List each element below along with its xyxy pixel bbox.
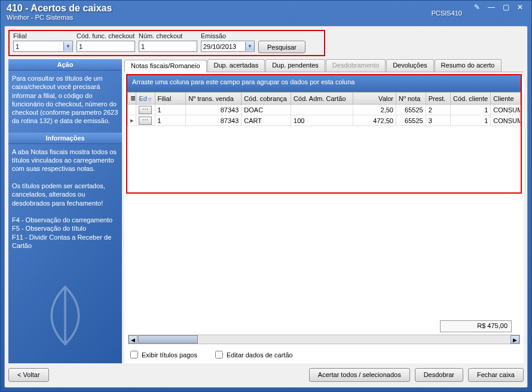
sidebar-info-text2: Os títulos podem ser acertados, cancelad… bbox=[12, 182, 118, 207]
cell-valor: 2,50 bbox=[353, 105, 396, 115]
cell-valor: 472,50 bbox=[353, 115, 396, 126]
col-trans[interactable]: Nº trans. venda bbox=[186, 93, 241, 105]
cell-filial: 1 bbox=[155, 115, 186, 126]
scroll-right-icon[interactable]: ▶ bbox=[510, 335, 519, 344]
maximize-icon[interactable]: ▢ bbox=[500, 3, 511, 12]
fechar-caixa-button[interactable]: Fechar caixa bbox=[468, 368, 524, 382]
col-cartao[interactable]: Cód. Adm. Cartão bbox=[291, 93, 353, 105]
horizontal-scrollbar[interactable]: ◀ ▶ bbox=[128, 335, 520, 344]
window-subtitle: Winthor - PC Sistemas bbox=[7, 14, 112, 21]
grid-header-row: ≣ Ed▽ Filial Nº trans. venda Cód. cobran… bbox=[128, 93, 521, 105]
col-cliente[interactable]: Cliente bbox=[491, 93, 521, 105]
cell-codcli: 1 bbox=[451, 105, 491, 115]
cell-trans: 87343 bbox=[186, 105, 241, 115]
tab-dup-pendentes[interactable]: Dup. pendentes bbox=[265, 59, 325, 72]
tab-devolucoes[interactable]: Devoluções bbox=[386, 59, 433, 72]
edit-icon[interactable]: ✎ bbox=[472, 3, 482, 12]
sidebar-info-text1: A aba Notas fiscais mostra todos os títu… bbox=[12, 148, 118, 173]
row-indicator-current: ▸ bbox=[128, 115, 136, 126]
col-nota[interactable]: Nº nota bbox=[396, 93, 426, 105]
chevron-down-icon[interactable]: ▼ bbox=[245, 42, 254, 51]
app-window: 410 - Acertos de caixas Winthor - PC Sis… bbox=[0, 0, 532, 392]
cell-filial: 1 bbox=[155, 105, 186, 115]
scroll-thumb[interactable] bbox=[138, 335, 198, 344]
check-pagos[interactable]: Exibir títulos pagos bbox=[130, 351, 197, 359]
row-indicator bbox=[128, 105, 136, 115]
numcheckout-label: Núm. checkout bbox=[139, 32, 197, 39]
cell-cobranca: CART bbox=[241, 115, 291, 126]
filial-label: Filial bbox=[13, 32, 73, 39]
cell-nota: 65525 bbox=[396, 105, 426, 115]
emissao-label: Emissão bbox=[201, 32, 255, 39]
cell-prest: 2 bbox=[426, 105, 450, 115]
sidebar-info-body: A aba Notas fiscais mostra todos os títu… bbox=[8, 144, 122, 254]
check-cartao-input[interactable] bbox=[215, 351, 223, 359]
cell-nota: 65525 bbox=[396, 115, 426, 126]
cell-prest: 3 bbox=[426, 115, 450, 126]
grid-group-hint[interactable]: Arraste uma coluna para este campo para … bbox=[127, 75, 521, 92]
table-row[interactable]: ▸ ⋯ 1 87343 CART 100 472,50 65525 3 1 CO… bbox=[128, 115, 521, 126]
numcheckout-input[interactable] bbox=[139, 41, 197, 52]
sidebar-info-text3: F4 - Observação do carregamento F5 - Obs… bbox=[12, 216, 118, 250]
emissao-date[interactable]: 29/10/2013 ▼ bbox=[201, 41, 255, 52]
cell-trans: 87343 bbox=[186, 115, 241, 126]
cell-codcli: 1 bbox=[451, 115, 491, 126]
pesquisar-button[interactable]: Pesquisar bbox=[258, 41, 305, 53]
col-codcli[interactable]: Cód. cliente bbox=[451, 93, 491, 105]
content-area: Filial 1 ▼ Cód. func. checkout Núm. chec… bbox=[4, 26, 528, 388]
titlebar: 410 - Acertos de caixas Winthor - PC Sis… bbox=[1, 1, 531, 26]
voltar-button[interactable]: < Voltar bbox=[8, 368, 49, 382]
tab-dup-acertadas[interactable]: Dup. acertadas bbox=[207, 59, 265, 72]
check-pagos-input[interactable] bbox=[130, 351, 138, 359]
col-ed[interactable]: Ed▽ bbox=[136, 93, 155, 105]
window-code: PCSIS410 bbox=[432, 10, 462, 17]
desdobrar-button[interactable]: Desdobrar bbox=[415, 368, 463, 382]
col-filial[interactable]: Filial bbox=[155, 93, 186, 105]
filial-combo[interactable]: 1 ▼ bbox=[13, 41, 73, 52]
tab-desdobramento: Desdobramento bbox=[326, 59, 386, 72]
grid-container: Arraste uma coluna para este campo para … bbox=[126, 74, 522, 194]
cell-cartao bbox=[291, 105, 353, 115]
acertar-button[interactable]: Acertar todos / selecionados bbox=[309, 368, 410, 382]
check-cartao[interactable]: Editar dados de cartão bbox=[215, 351, 293, 359]
sidebar: Ação Para consultar os títulos de um cai… bbox=[8, 59, 122, 363]
close-icon[interactable]: ✕ bbox=[515, 3, 525, 12]
leaf-icon bbox=[29, 280, 101, 351]
minimize-icon[interactable]: — bbox=[486, 3, 497, 12]
col-cobranca[interactable]: Cód. cobrança bbox=[241, 93, 291, 105]
cell-cartao: 100 bbox=[291, 115, 353, 126]
cell-cliente: CONSUM bbox=[491, 115, 521, 126]
window-title: 410 - Acertos de caixas bbox=[7, 3, 112, 14]
cell-cliente: CONSUM bbox=[491, 105, 521, 115]
col-indicator[interactable]: ≣ bbox=[128, 93, 136, 105]
total-box: R$ 475,00 bbox=[440, 320, 512, 332]
col-prest[interactable]: Prest. bbox=[426, 93, 450, 105]
chevron-down-icon[interactable]: ▼ bbox=[63, 42, 72, 51]
codfunc-input[interactable] bbox=[77, 41, 135, 52]
tab-resumo[interactable]: Resumo do acerto bbox=[435, 59, 502, 72]
codfunc-label: Cód. func. checkout bbox=[77, 32, 135, 39]
edit-row-button[interactable]: ⋯ bbox=[139, 106, 152, 114]
sidebar-acao-text: Para consultar os títulos de um caixa/ch… bbox=[8, 71, 122, 129]
tab-strip: Notas fiscais/Romaneio Dup. acertadas Du… bbox=[124, 59, 524, 72]
scroll-left-icon[interactable]: ◀ bbox=[129, 335, 137, 344]
sidebar-info-header: Informações bbox=[8, 133, 122, 144]
main-area: Notas fiscais/Romaneio Dup. acertadas Du… bbox=[124, 59, 524, 363]
col-valor[interactable]: Valor bbox=[353, 93, 396, 105]
bottom-bar: < Voltar Acertar todos / selecionados De… bbox=[8, 366, 524, 384]
checkbox-row: Exibir títulos pagos Editar dados de car… bbox=[130, 351, 293, 359]
sort-asc-icon: ▽ bbox=[148, 97, 151, 102]
table-row[interactable]: ⋯ 1 87343 DOAC 2,50 65525 2 1 CONSUM bbox=[128, 105, 521, 115]
tab-notas-fiscais[interactable]: Notas fiscais/Romaneio bbox=[124, 60, 207, 72]
sidebar-acao-header: Ação bbox=[8, 59, 122, 71]
cell-cobranca: DOAC bbox=[241, 105, 291, 115]
filter-bar: Filial 1 ▼ Cód. func. checkout Núm. chec… bbox=[8, 30, 325, 56]
data-grid: ≣ Ed▽ Filial Nº trans. venda Cód. cobran… bbox=[127, 92, 521, 126]
edit-row-button[interactable]: ⋯ bbox=[139, 117, 152, 125]
